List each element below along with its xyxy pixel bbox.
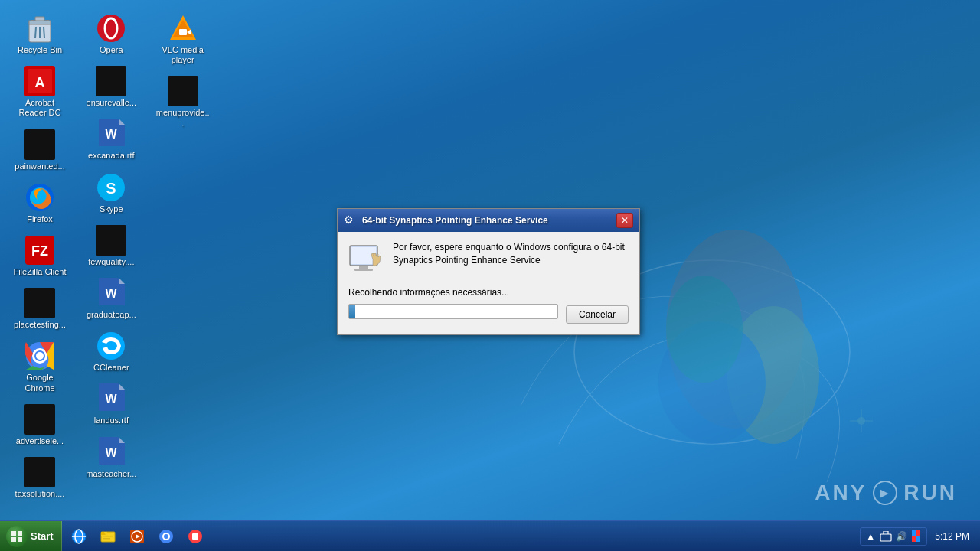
anyrun-play-icon: ▶ <box>873 481 897 505</box>
acrobat-label: Acrobat Reader DC <box>13 98 67 118</box>
svg-line-13 <box>35 27 36 38</box>
taskbar-stop-icon[interactable] <box>181 523 209 550</box>
svg-marker-30 <box>119 119 125 125</box>
advertise-label: advertisele... <box>16 436 64 446</box>
svg-point-73 <box>164 534 168 539</box>
cancel-button[interactable]: Cancelar <box>566 305 629 324</box>
svg-rect-56 <box>11 531 16 536</box>
anyrun-text-run: RUN <box>903 481 957 505</box>
svg-line-15 <box>44 27 44 38</box>
svg-rect-81 <box>916 530 920 536</box>
desktop-icon-graduateap[interactable]: W graduateap... <box>80 274 142 324</box>
graduateap-label: graduateap... <box>87 310 136 320</box>
svg-point-26 <box>36 352 44 360</box>
svg-rect-80 <box>912 530 916 536</box>
taskbar-explorer-icon[interactable] <box>94 523 122 550</box>
desktop: Recycle Bin A Acrobat Reader DC painwant… <box>0 0 980 551</box>
tray-icons: ▲ 🔊 <box>860 527 927 546</box>
tray-volume-icon[interactable]: 🔊 <box>894 530 908 543</box>
desktop-icon-filezilla[interactable]: FZ FileZilla Client <box>9 231 70 281</box>
excanada-icon: W <box>96 119 126 149</box>
vlc-icon <box>168 13 198 44</box>
chrome-label: Google Chrome <box>13 373 67 393</box>
opera-label: Opera <box>100 45 123 55</box>
taskbar-ie-icon[interactable] <box>65 523 93 550</box>
desktop-icon-chrome[interactable]: Google Chrome <box>9 337 70 396</box>
vlc-label: VLC media player <box>156 45 210 65</box>
svg-rect-50 <box>179 29 187 35</box>
ccleaner-label: CCleaner <box>93 363 129 373</box>
desktop-icon-recycle-bin[interactable]: Recycle Bin <box>9 9 70 59</box>
skype-icon: S <box>96 172 126 203</box>
taskbar-chrome-icon[interactable] <box>152 523 180 550</box>
tray-flag-icon[interactable] <box>910 530 923 543</box>
tray-network-icon[interactable] <box>879 530 893 543</box>
advertise-icon <box>24 404 55 435</box>
desktop-icon-advertise[interactable]: advertisele... <box>9 400 70 450</box>
taskbar-media-icon[interactable] <box>123 523 151 550</box>
masteacher-icon: W <box>96 437 126 468</box>
start-button[interactable]: Start <box>0 521 62 551</box>
svg-rect-83 <box>916 536 920 542</box>
svg-rect-76 <box>880 534 891 541</box>
svg-rect-58 <box>11 537 16 542</box>
desktop-icon-placetesting[interactable]: placetesting... <box>9 284 70 334</box>
filezilla-icon: FZ <box>24 235 55 266</box>
progress-bar <box>348 304 558 319</box>
synaptics-icon <box>348 241 385 278</box>
chrome-icon <box>24 341 55 371</box>
desktop-icon-ensurevalle[interactable]: ensurevalle... <box>80 62 142 112</box>
progress-bar-fill <box>349 305 355 318</box>
tray-arrow-icon[interactable]: ▲ <box>864 530 877 543</box>
desktop-icon-fewquality[interactable]: fewquality.... <box>80 221 142 271</box>
taxsolution-label: taxsolution.... <box>15 489 65 499</box>
desktop-icon-opera[interactable]: Opera <box>80 9 142 59</box>
start-orb <box>6 526 28 547</box>
svg-marker-45 <box>119 437 125 443</box>
firefox-icon <box>24 182 55 213</box>
svg-rect-67 <box>103 538 110 540</box>
dialog-body-text: Por favor, espere enquanto o Windows con… <box>393 241 629 267</box>
dialog-titlebar: ⚙ 64-bit Synaptics Pointing Enhance Serv… <box>338 209 639 232</box>
recycle-bin-label: Recycle Bin <box>18 45 62 55</box>
ccleaner-icon <box>96 331 126 361</box>
firefox-label: Firefox <box>27 214 53 224</box>
painwanted-label: painwanted... <box>15 161 64 171</box>
taxsolution-icon <box>24 457 55 487</box>
desktop-icon-acrobat[interactable]: A Acrobat Reader DC <box>9 62 70 122</box>
svg-marker-36 <box>119 278 125 284</box>
svg-text:W: W <box>106 393 118 406</box>
menuprovide-label: menuprovide... <box>156 108 210 128</box>
svg-rect-10 <box>35 17 44 21</box>
desktop-icon-vlc[interactable]: VLC media player <box>152 9 214 69</box>
recycle-bin-icon <box>24 13 55 44</box>
desktop-icon-taxsolution[interactable]: taxsolution.... <box>9 453 70 503</box>
svg-text:A: A <box>35 75 45 90</box>
opera-icon <box>96 13 126 44</box>
fewquality-label: fewquality.... <box>88 257 134 267</box>
desktop-icon-skype[interactable]: S Skype <box>80 168 142 218</box>
svg-text:W: W <box>106 128 118 141</box>
svg-rect-75 <box>192 533 198 540</box>
desktop-icon-menuprovide[interactable]: menuprovide... <box>152 72 214 132</box>
svg-text:FZ: FZ <box>31 243 48 259</box>
synaptics-dialog[interactable]: ⚙ 64-bit Synaptics Pointing Enhance Serv… <box>337 208 640 335</box>
svg-point-4 <box>666 276 743 383</box>
menuprovide-icon <box>168 76 198 106</box>
skype-label: Skype <box>100 204 123 214</box>
landus-label: landus.rtf <box>94 416 129 425</box>
desktop-icon-firefox[interactable]: Firefox <box>9 178 70 228</box>
desktop-icon-excanada[interactable]: W excanada.rtf <box>80 115 142 165</box>
masteacher-label: masteacher... <box>86 469 136 479</box>
dialog-close-button[interactable]: ✕ <box>616 213 633 228</box>
clock[interactable]: 5:12 PM <box>930 531 974 542</box>
desktop-icon-painwanted[interactable]: painwanted... <box>9 126 70 175</box>
svg-rect-57 <box>18 531 22 536</box>
anyrun-text-any: ANY <box>815 481 867 505</box>
desktop-icon-masteacher[interactable]: W masteacher... <box>80 433 142 483</box>
desktop-icon-ccleaner[interactable]: CCleaner <box>80 327 142 377</box>
svg-rect-59 <box>18 537 22 542</box>
svg-marker-41 <box>119 383 125 390</box>
desktop-icon-landus[interactable]: W landus.rtf <box>80 380 142 429</box>
start-label: Start <box>31 530 54 542</box>
